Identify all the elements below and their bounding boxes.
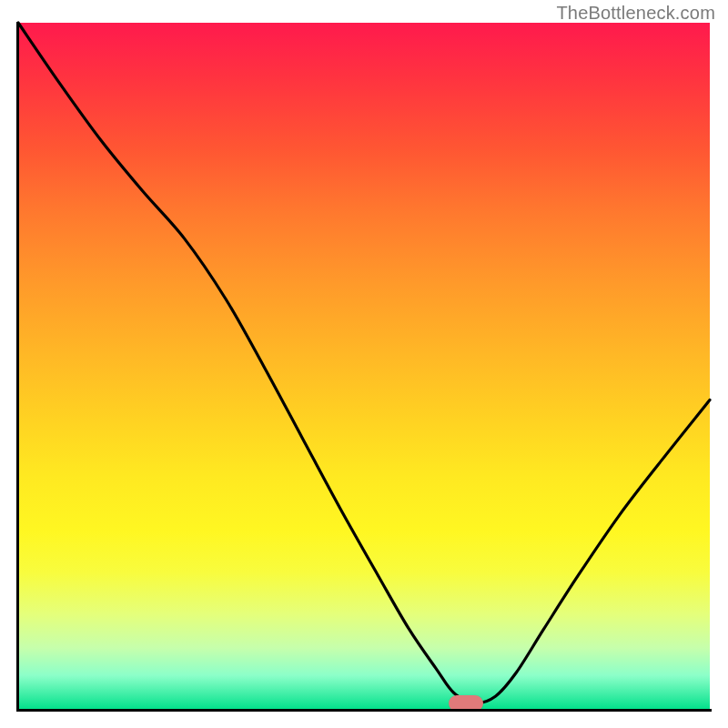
bottleneck-curve: [18, 23, 710, 710]
bottleneck-chart: TheBottleneck.com: [0, 0, 728, 728]
x-axis: [16, 709, 712, 712]
y-axis: [16, 22, 19, 712]
watermark-text: TheBottleneck.com: [556, 3, 715, 24]
